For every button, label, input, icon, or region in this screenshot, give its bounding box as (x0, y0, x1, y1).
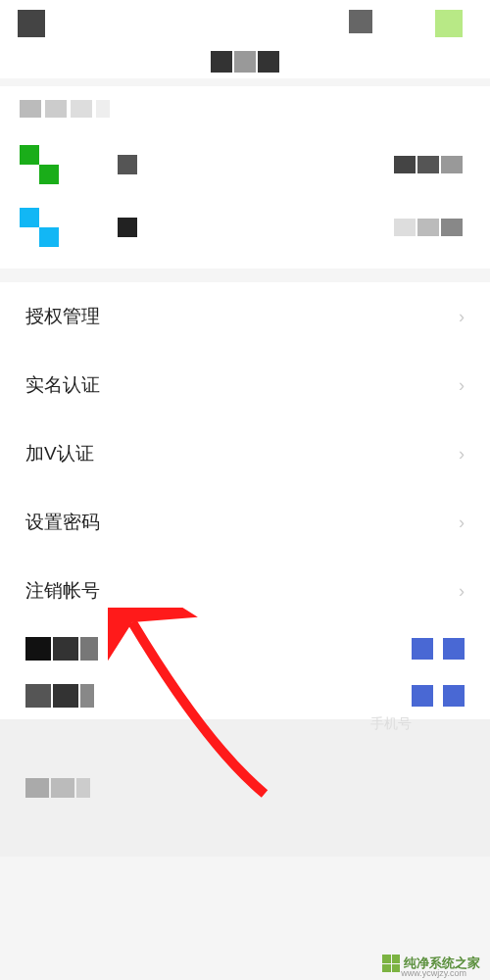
menu-label: 实名认证 (25, 372, 100, 398)
chevron-right-icon: › (459, 375, 465, 396)
header-accent-block (435, 10, 463, 37)
censored-status (394, 219, 463, 236)
menu-label: 设置密码 (25, 510, 100, 535)
wechat-binding-row[interactable] (0, 133, 490, 196)
phone-hint-text: 手机号 (370, 715, 412, 733)
header-bar (0, 0, 490, 78)
censored-row-1[interactable] (0, 625, 490, 672)
v-certification-item[interactable]: 加V认证 › (0, 419, 490, 488)
qq-icon (20, 208, 59, 247)
realname-verification-item[interactable]: 实名认证 › (0, 351, 490, 419)
set-password-item[interactable]: 设置密码 › (0, 488, 490, 557)
censored-label (25, 684, 94, 708)
toggle-icon[interactable] (412, 685, 465, 707)
header-censored-block (349, 10, 372, 33)
censored-block (25, 778, 465, 798)
menu-label: 加V认证 (25, 441, 94, 466)
chevron-right-icon: › (459, 307, 465, 327)
censored-label (118, 218, 137, 237)
lower-area: 手机号 (0, 719, 490, 857)
watermark: 纯净系统之家 www.ycwjzy.com (382, 955, 480, 972)
censored-row-2[interactable] (0, 672, 490, 719)
censored-label (25, 637, 98, 661)
chevron-right-icon: › (459, 513, 465, 533)
watermark-url: www.ycwjzy.com (401, 968, 466, 978)
censored-status (394, 156, 463, 173)
chevron-right-icon: › (459, 581, 465, 602)
chevron-right-icon: › (459, 444, 465, 465)
section-label-censored (0, 86, 490, 123)
toggle-icon[interactable] (412, 638, 465, 660)
censored-label (118, 155, 137, 174)
bottom-section (0, 625, 490, 719)
qq-binding-row[interactable] (0, 196, 490, 259)
menu-label: 授权管理 (25, 304, 100, 329)
wechat-icon (20, 145, 59, 184)
back-icon[interactable] (18, 10, 45, 37)
header-title-censored (211, 51, 279, 73)
menu-label: 注销帐号 (25, 578, 100, 604)
watermark-logo-icon (382, 955, 400, 972)
settings-menu-list: 授权管理 › 实名认证 › 加V认证 › 设置密码 › 注销帐号 › (0, 282, 490, 625)
third-party-section (0, 123, 490, 269)
authorize-management-item[interactable]: 授权管理 › (0, 282, 490, 351)
deactivate-account-item[interactable]: 注销帐号 › (0, 557, 490, 625)
